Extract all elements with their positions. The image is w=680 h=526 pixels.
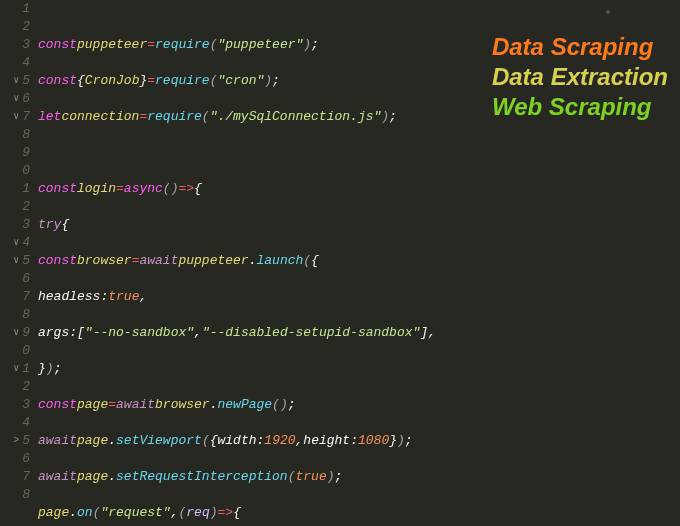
fold-icon[interactable]: ∨: [11, 360, 19, 378]
fold-icon[interactable]: ∨: [11, 72, 19, 90]
code-line[interactable]: const browser = await puppeteer.launch({: [38, 252, 680, 270]
line-number: 6: [22, 450, 30, 468]
fold-icon[interactable]: >: [11, 432, 19, 450]
code-line[interactable]: const page = await browser.newPage();: [38, 396, 680, 414]
gutter-row[interactable]: ∨1: [0, 360, 30, 378]
line-number: 5: [22, 432, 30, 450]
code-line[interactable]: await page.setRequestInterception(true);: [38, 468, 680, 486]
gutter-row[interactable]: 4: [0, 414, 30, 432]
gutter-row[interactable]: ∨9: [0, 324, 30, 342]
gutter-row[interactable]: 6: [0, 270, 30, 288]
gutter-row[interactable]: 3: [0, 36, 30, 54]
code-line[interactable]: });: [38, 360, 680, 378]
line-number: 1: [22, 180, 30, 198]
line-number: 9: [22, 144, 30, 162]
line-number: 3: [22, 216, 30, 234]
fold-icon[interactable]: ∨: [11, 252, 19, 270]
gutter-row[interactable]: 7: [0, 288, 30, 306]
line-number: 8: [22, 126, 30, 144]
gutter-row[interactable]: 0: [0, 342, 30, 360]
line-number: 2: [22, 18, 30, 36]
code-line[interactable]: await page.setViewport({ width: 1920, he…: [38, 432, 680, 450]
line-number: 9: [22, 324, 30, 342]
gutter-row[interactable]: 8: [0, 126, 30, 144]
line-number: 2: [22, 378, 30, 396]
gutter-row[interactable]: 6: [0, 450, 30, 468]
gutter-row[interactable]: 8: [0, 486, 30, 504]
line-number: 7: [22, 288, 30, 306]
code-line[interactable]: const login = async () => {: [38, 180, 680, 198]
gutter-row[interactable]: 2: [0, 198, 30, 216]
gutter-row[interactable]: ∨5: [0, 252, 30, 270]
gutter-row[interactable]: 9: [0, 144, 30, 162]
gutter-row[interactable]: ∨7: [0, 108, 30, 126]
code-area[interactable]: const puppeteer = require("puppeteer"); …: [38, 0, 680, 526]
gutter-row[interactable]: ∨5: [0, 72, 30, 90]
line-number: 2: [22, 198, 30, 216]
code-line[interactable]: let connection = require("./mySqlConnect…: [38, 108, 680, 126]
code-line[interactable]: const { CronJob } = require("cron");: [38, 72, 680, 90]
gutter-row[interactable]: 3: [0, 396, 30, 414]
line-number: 6: [22, 270, 30, 288]
gutter-row[interactable]: 0: [0, 162, 30, 180]
gutter-row[interactable]: 1: [0, 180, 30, 198]
line-number: 7: [22, 108, 30, 126]
line-number: 1: [22, 360, 30, 378]
line-number: 3: [22, 396, 30, 414]
line-number: 4: [22, 414, 30, 432]
gutter-row[interactable]: 2: [0, 18, 30, 36]
gutter-row[interactable]: 4: [0, 54, 30, 72]
line-gutter: 1234∨5∨6∨7890123∨4∨5678∨90∨1234>5678: [0, 0, 38, 526]
code-line[interactable]: args: ["--no-sandbox", "--disabled-setup…: [38, 324, 680, 342]
gutter-row[interactable]: >5: [0, 432, 30, 450]
line-number: 8: [22, 486, 30, 504]
line-number: 6: [22, 90, 30, 108]
gutter-row[interactable]: 7: [0, 468, 30, 486]
line-number: 7: [22, 468, 30, 486]
line-number: 4: [22, 234, 30, 252]
line-number: 5: [22, 72, 30, 90]
gutter-row[interactable]: 2: [0, 378, 30, 396]
code-line[interactable]: const puppeteer = require("puppeteer");: [38, 36, 680, 54]
gutter-row[interactable]: ∨6: [0, 90, 30, 108]
line-number: 0: [22, 162, 30, 180]
code-line[interactable]: try {: [38, 216, 680, 234]
fold-icon[interactable]: ∨: [11, 324, 19, 342]
line-number: 3: [22, 36, 30, 54]
gutter-row[interactable]: 3: [0, 216, 30, 234]
gutter-row[interactable]: 1: [0, 0, 30, 18]
code-line[interactable]: headless: true,: [38, 288, 680, 306]
line-number: 1: [22, 0, 30, 18]
code-line[interactable]: page.on("request", (req) => {: [38, 504, 680, 522]
line-number: 0: [22, 342, 30, 360]
fold-icon[interactable]: ∨: [11, 234, 19, 252]
code-line[interactable]: [38, 144, 680, 162]
gutter-row[interactable]: 8: [0, 306, 30, 324]
line-number: 8: [22, 306, 30, 324]
gutter-row[interactable]: ∨4: [0, 234, 30, 252]
code-editor[interactable]: 1234∨5∨6∨7890123∨4∨5678∨90∨1234>5678 con…: [0, 0, 680, 526]
fold-icon[interactable]: ∨: [11, 90, 19, 108]
line-number: 5: [22, 252, 30, 270]
fold-icon[interactable]: ∨: [11, 108, 19, 126]
line-number: 4: [22, 54, 30, 72]
